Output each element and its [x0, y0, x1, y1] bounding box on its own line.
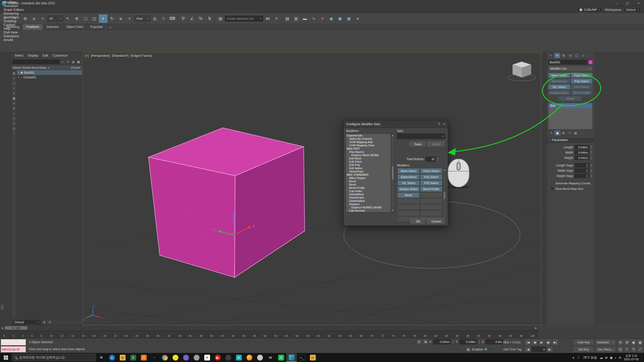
checkbox[interactable] [551, 187, 554, 190]
modifier-list-item[interactable]: Bevel [346, 183, 391, 186]
viewport-layout-tab[interactable]: ▸ [1, 304, 4, 310]
modifier-slot-button[interactable] [397, 210, 420, 216]
select-by-name-icon[interactable]: ≣ [72, 14, 81, 23]
redo-icon[interactable]: ↷ [10, 14, 19, 23]
viewport-faces-menu[interactable]: [Edged Faces] [131, 54, 152, 58]
workspace-dropdown[interactable]: Default ▾ [624, 7, 641, 12]
explorer-column-header[interactable]: Name (Sorted Ascending) ▲ Frozen [11, 65, 82, 70]
modifier-list-item[interactable]: UVW Mapping Add [346, 140, 391, 144]
modifier-slot-button[interactable]: FFD Select [420, 180, 442, 186]
pin-stack-icon[interactable]: ⌖ [549, 130, 554, 135]
select-all-icon[interactable]: ▤ [13, 71, 15, 76]
key-filters-button[interactable]: Key Filters... [595, 346, 616, 352]
modifier-list-item[interactable]: DeleteSpline [346, 199, 391, 202]
mirror-icon[interactable]: ⋈ [263, 14, 272, 23]
display-influences-icon[interactable]: ◐ [13, 76, 15, 81]
purple-app-icon[interactable] [181, 353, 191, 362]
select-and-move-icon[interactable]: + [99, 14, 107, 23]
modifier-list-item[interactable]: DeleteMesh [346, 193, 391, 196]
signin-user-button[interactable]: CGBUMP ▾ [577, 7, 602, 12]
tray-status-icon[interactable]: ◉ [610, 356, 613, 359]
modifier-list-item[interactable]: Bevel Profile [346, 186, 391, 189]
3dsmax-taskbar-icon[interactable] [286, 353, 297, 362]
ribbon-tab[interactable]: Freeform [23, 24, 43, 30]
google-maps-icon[interactable]: ▼ [202, 353, 212, 362]
modifier-slot-button[interactable]: Vol. Select [397, 180, 420, 186]
unlink-selection-icon[interactable]: ⧄ [30, 14, 38, 23]
param-value-field[interactable]: 1 [575, 168, 589, 173]
zoom-extents-icon[interactable]: ▣ [630, 339, 637, 346]
explorer-preset-dropdown[interactable]: Default ▾ [13, 320, 41, 325]
close-button[interactable]: × [633, 0, 644, 6]
modifier-button[interactable]: Bevel Profile [571, 90, 593, 95]
modifier-slot-button[interactable]: SplineSelect [397, 174, 420, 180]
param-value-field[interactable]: 0.041m [575, 156, 589, 160]
render-setup-icon[interactable]: ▣ [336, 14, 344, 23]
display-helpers-icon[interactable]: ⊙ [13, 101, 15, 106]
modifier-button[interactable]: Poly Select [571, 78, 593, 84]
next-key-icon[interactable]: ▶ [546, 346, 553, 352]
param-checkbox-row[interactable]: ✓ Generate Mapping Coords. [547, 181, 594, 186]
param-value-field[interactable]: 0.045m [575, 145, 589, 149]
track-bar[interactable]: 0246810121416182022242628303234363840424… [0, 331, 538, 338]
red-x-app-icon[interactable]: × [149, 353, 159, 362]
angle-snap-icon[interactable]: ∠ [188, 14, 196, 23]
time-slider[interactable]: ◀ 0 / 100 ▶ [0, 325, 538, 331]
explorer-menu-item[interactable]: Customize [50, 54, 70, 57]
modifier-slot-button[interactable] [420, 204, 442, 210]
modifier-slot-button[interactable] [420, 198, 442, 204]
zoom-all-icon[interactable]: ⊞ [624, 339, 630, 346]
display-cameras-icon[interactable]: ▣ [13, 96, 15, 101]
bind-to-space-warp-icon[interactable]: ≈ [38, 14, 47, 23]
edit-named-selection-sets-icon[interactable]: ▤ [216, 14, 225, 23]
toggle-ribbon-icon[interactable]: ▬ [301, 14, 309, 23]
tray-cloud-icon[interactable]: ☁ [600, 356, 603, 359]
show-end-result-icon[interactable]: ▣ [555, 130, 560, 135]
cancel-button[interactable]: Cancel [427, 218, 445, 224]
orbit-icon[interactable]: ↻ [630, 346, 637, 352]
wikipedia-icon[interactable]: W [265, 353, 276, 362]
modifier-list-dropdown[interactable]: Modifier List ▾ [548, 66, 593, 71]
modifier-list-item[interactable]: VertexPaint [346, 170, 391, 173]
parameters-rollout-header[interactable]: ▾ Parameters [547, 137, 594, 143]
clear-search-icon[interactable]: × [60, 60, 65, 64]
progressive-display-icon[interactable]: ◍ [465, 347, 471, 352]
display-materials-icon[interactable]: ▫ [14, 131, 15, 136]
configure-modifier-sets-icon[interactable]: ▤ [573, 130, 578, 135]
delete-button[interactable]: Delete [427, 142, 445, 147]
maximize-viewport-toggle-icon[interactable]: ⤢ [637, 346, 643, 352]
taskbar-search-box[interactable]: 검색하려면 여기에 입력하십시오. [12, 354, 96, 361]
animate-mode-dropdown[interactable]: Selected▾ [595, 339, 616, 345]
minimize-button[interactable]: – [611, 0, 622, 6]
modifier-slot-button[interactable]: Surface Select [397, 186, 420, 192]
display-containers-icon[interactable]: ◫ [13, 126, 15, 131]
viewport-pov-menu[interactable]: [+] [85, 54, 89, 58]
next-frame-arrow[interactable]: ▶ [534, 327, 538, 329]
param-spinner[interactable]: ▴▾ [590, 169, 593, 172]
modifier-slot-button[interactable] [397, 198, 420, 204]
menu-item[interactable]: Substance [1, 34, 26, 38]
z-coordinate-field[interactable]: 0.0m [486, 339, 503, 344]
modifier-slot-button[interactable]: Bevel Profile [420, 186, 442, 192]
modifier-slot-button[interactable] [420, 192, 442, 198]
ok-button[interactable]: OK [411, 218, 426, 224]
display-bones-icon[interactable]: ▽ [13, 121, 15, 126]
menu-item[interactable]: Arnold [1, 38, 26, 42]
modifier-slot-button[interactable]: Mesh Select [397, 168, 420, 174]
modifier-list-item[interactable]: Edit Mesh [346, 157, 391, 160]
param-spinner[interactable]: ▴▾ [590, 145, 593, 149]
toggle-layer-explorer-icon[interactable]: ▥ [292, 14, 300, 23]
people-app-icon[interactable] [191, 353, 202, 362]
save-button[interactable]: Save [410, 142, 426, 147]
percent-snap-icon[interactable]: % [196, 14, 205, 23]
modifier-slot-button[interactable] [397, 204, 420, 210]
next-frame-icon[interactable]: |▶ [545, 339, 552, 345]
menu-item[interactable]: Modifiers [1, 0, 26, 4]
toolbar-separator[interactable] [215, 15, 215, 22]
pan-icon[interactable]: ⊹ [624, 346, 630, 352]
modify-tab-icon[interactable]: ∿ [554, 53, 560, 58]
scene-object-row[interactable]: ● ○ Circle001 · [17, 75, 82, 80]
modifier-slot-button[interactable]: Patch Select [420, 168, 442, 174]
param-value-field[interactable]: 1 [575, 174, 589, 178]
dark-app-icon[interactable] [223, 353, 233, 362]
